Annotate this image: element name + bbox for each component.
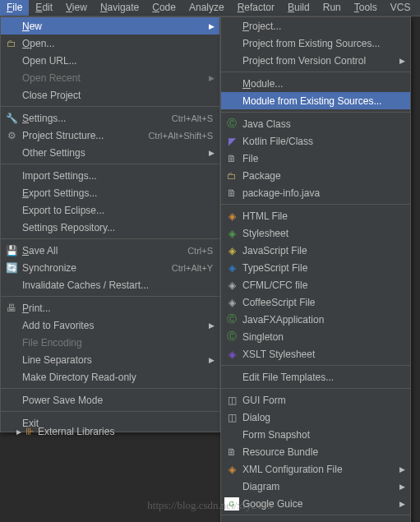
- menu-new-xml-config[interactable]: ◈XML Configuration File▶: [221, 460, 410, 478]
- menu-new-java-class[interactable]: ⒸJava Class: [221, 115, 410, 132]
- menu-invalidate[interactable]: Invalidate Caches / Restart...: [1, 276, 219, 293]
- menu-readonly[interactable]: Make Directory Read-only: [1, 368, 219, 386]
- blank-icon: [224, 77, 239, 90]
- xslt-icon: ◈: [224, 348, 239, 361]
- menu-new-project[interactable]: Project...: [221, 17, 410, 35]
- menu-new-ts[interactable]: ◈TypeScript File: [221, 259, 410, 276]
- menu-line-separators[interactable]: Line Separators▶: [1, 351, 219, 368]
- menu-export-settings[interactable]: Export Settings...: [1, 184, 219, 201]
- menu-export-eclipse[interactable]: Export to Eclipse...: [1, 201, 219, 219]
- menu-new-module-existing[interactable]: Module from Existing Sources...: [221, 92, 410, 109]
- menubar-file[interactable]: File: [0, 0, 29, 16]
- menu-new-singleton[interactable]: ⒸSingleton: [221, 328, 410, 345]
- menu-new-package-info-label: package-info.java: [242, 187, 404, 199]
- menu-new-resource-bundle-label: Resource Bundle: [242, 446, 404, 458]
- submenu-arrow-icon: ▶: [209, 22, 215, 30]
- menu-open-url-label: Open URL...: [22, 55, 213, 67]
- blank-icon: [4, 20, 19, 33]
- class-icon: Ⓒ: [224, 118, 239, 131]
- menubar-edit[interactable]: Edit: [29, 0, 59, 16]
- menubar-window[interactable]: Win: [417, 0, 420, 16]
- package-icon: 🗀: [224, 169, 239, 182]
- menu-power-save[interactable]: Power Save Mode: [1, 391, 219, 409]
- menu-new-project-existing[interactable]: Project from Existing Sources...: [221, 35, 410, 52]
- menubar-vcs[interactable]: VCS: [384, 0, 418, 16]
- menu-project-structure[interactable]: ⚙ Project Structure... Ctrl+Alt+Shift+S: [1, 127, 219, 144]
- menu-import-settings[interactable]: Import Settings...: [1, 167, 219, 184]
- menubar-build[interactable]: Build: [281, 0, 316, 16]
- html-icon: ◈: [224, 210, 239, 223]
- menu-separator: [221, 515, 410, 515]
- menu-save-all[interactable]: 💾 Save All Ctrl+S: [1, 242, 219, 259]
- menubar-tools[interactable]: Tools: [348, 0, 384, 16]
- menu-export-settings-label: Export Settings...: [22, 187, 213, 199]
- menu-new-dialog-label: Dialog: [242, 412, 404, 423]
- menu-other-settings[interactable]: Other Settings ▶: [1, 144, 219, 161]
- menu-new-javafx[interactable]: ⒸJavaFXApplication: [221, 311, 410, 328]
- menu-new-gui-form[interactable]: ◫GUI Form: [221, 391, 410, 409]
- menu-new-gui-form-label: GUI Form: [242, 395, 404, 406]
- blank-icon: [4, 187, 19, 200]
- menu-new-xslt[interactable]: ◈XSLT Stylesheet: [221, 345, 410, 363]
- menubar-run[interactable]: Run: [316, 0, 348, 16]
- blank-icon: [4, 54, 19, 67]
- menubar-navigate[interactable]: Navigate: [94, 0, 145, 16]
- menu-invalidate-label: Invalidate Caches / Restart...: [22, 279, 213, 291]
- menu-settings[interactable]: 🔧 Settings... Ctrl+Alt+S: [1, 109, 219, 127]
- tree-external-libs-label: External Libraries: [38, 426, 114, 437]
- menu-new-project-vcs[interactable]: Project from Version Control▶: [221, 52, 410, 69]
- menu-new-module[interactable]: Module...: [221, 75, 410, 92]
- menu-separator: [221, 112, 410, 113]
- menu-open-recent[interactable]: Open Recent ▶: [1, 69, 219, 86]
- blank-icon: [224, 20, 239, 33]
- menu-new-file[interactable]: 🗎File: [221, 150, 410, 167]
- menubar-analyze[interactable]: Analyze: [182, 0, 231, 16]
- menu-new-form-snapshot[interactable]: Form Snapshot: [221, 426, 410, 443]
- menu-new-coffee[interactable]: ◈CoffeeScript File: [221, 293, 410, 311]
- menu-synchronize-label: Synchronize: [22, 262, 160, 274]
- menubar-view[interactable]: View: [59, 0, 94, 16]
- menu-separator: [1, 238, 219, 239]
- menu-new-dialog[interactable]: ◫Dialog: [221, 409, 410, 426]
- menu-settings-repo[interactable]: Settings Repository...: [1, 219, 219, 236]
- menu-edit-templates[interactable]: Edit File Templates...: [221, 368, 410, 386]
- menu-save-all-shortcut: Ctrl+S: [187, 246, 213, 256]
- menu-new-package[interactable]: 🗀Package: [221, 167, 410, 184]
- kotlin-icon: ◤: [224, 135, 239, 148]
- menu-new-kotlin[interactable]: ◤Kotlin File/Class: [221, 132, 410, 150]
- watermark: https://blog.csdn.net/xfy2015: [0, 499, 420, 512]
- menu-file-encoding[interactable]: File Encoding: [1, 334, 219, 351]
- menu-new-datasource[interactable]: 🛢Data Source▶: [221, 518, 410, 522]
- folder-icon: 🗀: [4, 37, 19, 50]
- submenu-arrow-icon: ▶: [399, 57, 405, 65]
- menu-new-html[interactable]: ◈HTML File: [221, 207, 410, 224]
- sync-icon: 🔄: [4, 261, 19, 275]
- menu-open-url[interactable]: Open URL...: [1, 52, 219, 69]
- tree-external-libs[interactable]: ▸ ⊪ External Libraries: [16, 426, 114, 437]
- menubar-code[interactable]: Code: [145, 0, 182, 16]
- menu-new-kotlin-label: Kotlin File/Class: [242, 136, 404, 147]
- menu-add-favorites[interactable]: Add to Favorites▶: [1, 316, 219, 334]
- menu-settings-repo-label: Settings Repository...: [22, 222, 213, 233]
- menu-new-singleton-label: Singleton: [242, 331, 404, 343]
- menu-open[interactable]: 🗀 Open...: [1, 35, 219, 52]
- menu-new-js[interactable]: ◈JavaScript File: [221, 242, 410, 259]
- menu-close-project[interactable]: Close Project: [1, 86, 219, 104]
- menubar-refactor[interactable]: Refactor: [231, 0, 281, 16]
- blank-icon: [4, 319, 19, 332]
- menu-separator: [221, 204, 410, 205]
- menu-new-js-label: JavaScript File: [242, 245, 404, 256]
- menu-synchronize[interactable]: 🔄 Synchronize Ctrl+Alt+Y: [1, 259, 219, 276]
- menu-new-package-info[interactable]: 🗎package-info.java: [221, 184, 410, 201]
- menu-new-css[interactable]: ◈Stylesheet: [221, 224, 410, 242]
- menu-new-java-class-label: Java Class: [242, 118, 404, 130]
- menu-new[interactable]: New ▶: [1, 17, 219, 35]
- coffee-icon: ◈: [224, 296, 239, 309]
- menu-new-cfml[interactable]: ◈CFML/CFC file: [221, 276, 410, 293]
- menu-print[interactable]: 🖶Print...: [1, 299, 219, 316]
- menu-new-resource-bundle[interactable]: 🗎Resource Bundle: [221, 443, 410, 460]
- menu-new-diagram[interactable]: Diagram▶: [221, 478, 410, 495]
- save-icon: 💾: [4, 244, 19, 257]
- menu-new-coffee-label: CoffeeScript File: [242, 297, 404, 308]
- blank-icon: [4, 146, 19, 159]
